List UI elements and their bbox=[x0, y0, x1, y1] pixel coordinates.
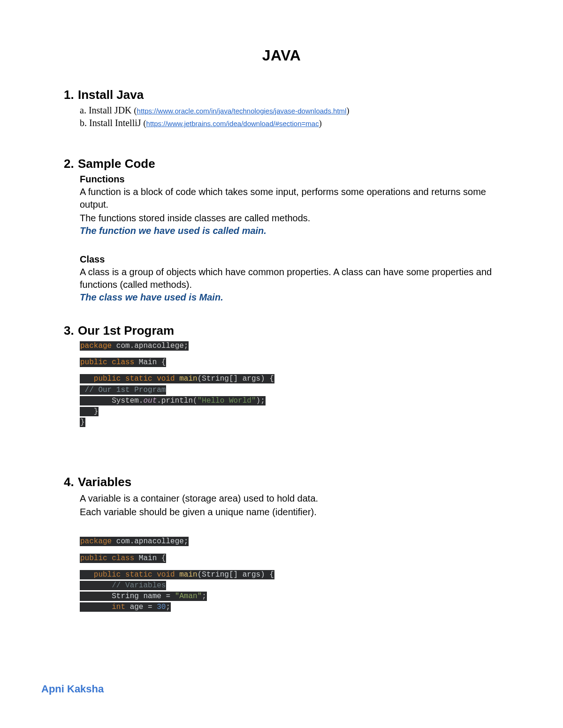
paren-close: ) bbox=[319, 119, 322, 128]
install-intellij-item: b. Install IntelliJ (https://www.jetbrai… bbox=[80, 118, 507, 128]
functions-emphasis: The function we have used is called main… bbox=[80, 225, 507, 236]
paren-close: ) bbox=[346, 106, 349, 115]
code-block-variables: package com.apnacollege; public class Ma… bbox=[80, 536, 507, 613]
section-sample-code: 2.Sample Code Functions A function is a … bbox=[56, 157, 507, 303]
functions-desc-2: The functions stored inside classes are … bbox=[80, 212, 507, 225]
functions-heading: Functions bbox=[80, 174, 507, 185]
section-number: 1. bbox=[64, 88, 78, 102]
functions-desc-1: A function is a block of code which take… bbox=[80, 186, 507, 211]
page-title: JAVA bbox=[56, 47, 507, 64]
install-jdk-item: a. Install JDK (https://www.oracle.com/i… bbox=[80, 105, 507, 116]
class-desc: A class is a group of objects which have… bbox=[80, 266, 507, 291]
section-heading: Install Java bbox=[78, 88, 144, 102]
section-heading: Sample Code bbox=[78, 157, 155, 171]
section-number: 3. bbox=[64, 323, 78, 338]
footer-brand: Apni Kaksha bbox=[41, 683, 104, 695]
section-install-java: 1.Install Java a. Install JDK (https://w… bbox=[56, 88, 507, 128]
intellij-download-link[interactable]: https://www.jetbrains.com/idea/download/… bbox=[146, 120, 319, 128]
install-jdk-label: a. Install JDK bbox=[80, 105, 134, 115]
section-first-program: 3.Our 1st Program package com.apnacolleg… bbox=[56, 323, 507, 428]
class-heading: Class bbox=[80, 254, 507, 265]
variables-desc-2: Each variable should be given a unique n… bbox=[80, 506, 507, 518]
section-heading: Our 1st Program bbox=[78, 323, 174, 338]
section-variables: 4.Variables A variable is a container (s… bbox=[56, 475, 507, 613]
section-number: 2. bbox=[64, 157, 78, 171]
install-intellij-label: b. Install IntelliJ bbox=[80, 118, 144, 128]
jdk-download-link[interactable]: https://www.oracle.com/in/java/technolog… bbox=[137, 107, 347, 115]
code-block-first-program: package com.apnacollege; public class Ma… bbox=[80, 341, 507, 428]
variables-desc-1: A variable is a container (storage area)… bbox=[80, 492, 507, 505]
section-heading: Variables bbox=[78, 475, 131, 489]
section-number: 4. bbox=[64, 475, 78, 489]
class-emphasis: The class we have used is Main. bbox=[80, 292, 507, 303]
